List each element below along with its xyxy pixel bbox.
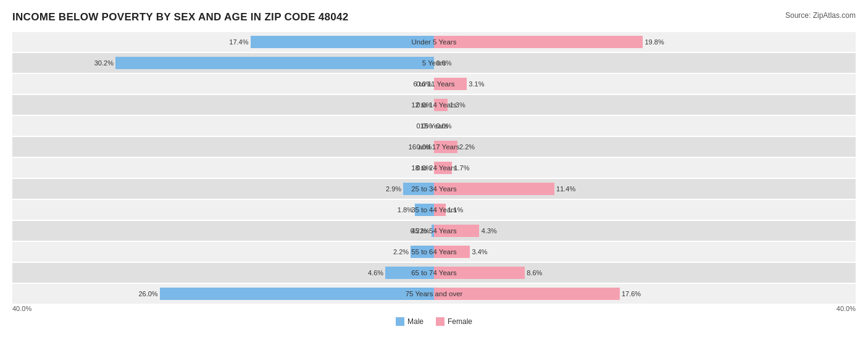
legend-female: Female xyxy=(436,317,472,326)
female-bar xyxy=(434,36,643,48)
chart-container: INCOME BELOW POVERTY BY SEX AND AGE IN Z… xyxy=(0,0,868,332)
right-section: 0.0% xyxy=(434,116,856,136)
male-value-label: 17.4% xyxy=(229,38,248,46)
row-label: 55 to 64 Years xyxy=(411,248,457,256)
bar-row: 0.0%1.7%18 to 24 Years xyxy=(12,158,856,178)
female-value-label: 3.1% xyxy=(469,80,484,88)
left-section: 4.6% xyxy=(12,263,434,283)
row-label: 5 Years xyxy=(422,59,446,67)
left-section: 26.0% xyxy=(12,284,434,304)
female-value-label: 11.4% xyxy=(556,185,575,193)
bar-row: 0.0%3.1%6 to 11 Years xyxy=(12,74,856,94)
legend-female-label: Female xyxy=(448,317,472,326)
female-value-label: 4.3% xyxy=(482,227,497,235)
right-section: 11.4% xyxy=(434,179,856,199)
female-value-label: 3.4% xyxy=(472,248,487,256)
axis-bottom: 40.0% 40.0% xyxy=(12,305,856,312)
right-section: 3.1% xyxy=(434,74,856,94)
bar-row: 0.0%1.3%12 to 14 Years xyxy=(12,95,856,115)
bar-row: 30.2%0.0%5 Years xyxy=(12,53,856,73)
row-label: 16 and 17 Years xyxy=(408,143,459,151)
right-section: 1.1% xyxy=(434,200,856,220)
row-label: 45 to 54 Years xyxy=(411,227,457,235)
bar-row: 2.9%11.4%25 to 34 Years xyxy=(12,179,856,199)
male-value-label: 26.0% xyxy=(138,290,157,297)
bar-row: 1.8%1.1%35 to 44 Years xyxy=(12,200,856,220)
left-section: 0.0% xyxy=(12,95,434,115)
row-label: 35 to 44 Years xyxy=(411,206,457,214)
row-label: 18 to 24 Years xyxy=(411,164,457,172)
left-section: 30.2% xyxy=(12,53,434,73)
left-section: 1.8% xyxy=(12,200,434,220)
row-label: 6 to 11 Years xyxy=(413,80,454,88)
row-label: 12 to 14 Years xyxy=(411,101,457,109)
bar-row: 26.0%17.6%75 Years and over xyxy=(12,284,856,304)
chart-area: 17.4%19.8%Under 5 Years30.2%0.0%5 Years0… xyxy=(12,32,856,304)
right-section: 19.8% xyxy=(434,32,856,52)
bar-row: 17.4%19.8%Under 5 Years xyxy=(12,32,856,52)
male-bar xyxy=(251,36,434,48)
male-value-label: 1.8% xyxy=(398,206,413,214)
female-value-label: 2.2% xyxy=(459,143,475,151)
bar-row: 2.2%3.4%55 to 64 Years xyxy=(12,242,856,262)
right-section: 0.0% xyxy=(434,53,856,73)
legend-male: Male xyxy=(396,317,424,326)
left-section: 0.0% xyxy=(12,74,434,94)
row-label: 15 Years xyxy=(420,122,448,130)
right-section: 17.6% xyxy=(434,284,856,304)
male-value-label: 2.2% xyxy=(393,248,409,256)
male-value-label: 2.9% xyxy=(386,185,401,193)
legend: Male Female xyxy=(12,317,856,326)
row-label: 75 Years and over xyxy=(406,290,463,297)
right-section: 4.3% xyxy=(434,221,856,241)
legend-male-label: Male xyxy=(407,317,424,326)
right-section: 3.4% xyxy=(434,242,856,262)
female-value-label: 8.6% xyxy=(527,269,542,276)
bar-row: 4.6%8.6%65 to 74 Years xyxy=(12,263,856,283)
male-bar xyxy=(160,288,434,300)
left-section: 2.2% xyxy=(12,242,434,262)
bar-row: 0.0%2.2%16 and 17 Years xyxy=(12,137,856,157)
bar-row: 0.22%4.3%45 to 54 Years xyxy=(12,221,856,241)
left-section: 2.9% xyxy=(12,179,434,199)
female-value-label: 17.6% xyxy=(622,290,641,297)
right-section: 1.7% xyxy=(434,158,856,178)
left-section: 0.22% xyxy=(12,221,434,241)
female-legend-box xyxy=(436,317,444,326)
male-value-label: 4.6% xyxy=(368,269,383,276)
male-legend-box xyxy=(396,317,404,326)
left-section: 17.4% xyxy=(12,32,434,52)
male-value-label: 30.2% xyxy=(94,59,114,67)
axis-left-label: 40.0% xyxy=(12,305,31,312)
right-section: 1.3% xyxy=(434,95,856,115)
chart-header: INCOME BELOW POVERTY BY SEX AND AGE IN Z… xyxy=(12,11,856,23)
right-section: 8.6% xyxy=(434,263,856,283)
right-section: 2.2% xyxy=(434,137,856,157)
row-label: Under 5 Years xyxy=(412,38,457,46)
row-label: 25 to 34 Years xyxy=(411,185,457,193)
left-section: 0.0% xyxy=(12,158,434,178)
left-section: 0.0% xyxy=(12,116,434,136)
chart-title: INCOME BELOW POVERTY BY SEX AND AGE IN Z… xyxy=(12,11,349,23)
bar-row: 0.0%0.0%15 Years xyxy=(12,116,856,136)
chart-source: Source: ZipAtlas.com xyxy=(785,11,856,20)
female-value-label: 19.8% xyxy=(645,38,664,46)
axis-right-label: 40.0% xyxy=(837,305,856,312)
male-bar xyxy=(115,57,434,69)
row-label: 65 to 74 Years xyxy=(411,269,457,276)
left-section: 0.0% xyxy=(12,137,434,157)
